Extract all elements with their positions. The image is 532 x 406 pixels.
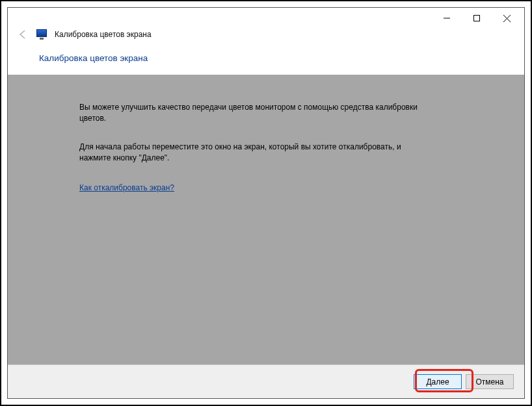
intro-paragraph-2: Для начала работы переместите это окно н…: [79, 142, 431, 164]
page-heading: Калибровка цветов экрана: [39, 53, 524, 63]
close-button[interactable]: [492, 8, 522, 28]
maximize-button[interactable]: [462, 8, 492, 28]
app-icon: [36, 29, 47, 40]
back-button[interactable]: [17, 29, 29, 40]
cancel-button[interactable]: Отмена: [466, 374, 514, 389]
window-title: Калибровка цветов экрана: [55, 30, 152, 39]
minimize-button[interactable]: [432, 8, 462, 28]
svg-rect-1: [474, 16, 480, 21]
titlebar: [8, 8, 524, 29]
intro-paragraph-1: Вы можете улучшить качество передачи цве…: [79, 102, 431, 125]
help-link[interactable]: Как откалибровать экран?: [79, 183, 174, 192]
footer: Далее Отмена: [8, 364, 524, 398]
header-row: Калибровка цветов экрана: [8, 29, 524, 44]
next-button[interactable]: Далее: [414, 374, 462, 389]
content-area: Вы можете улучшить качество передачи цве…: [8, 75, 524, 364]
